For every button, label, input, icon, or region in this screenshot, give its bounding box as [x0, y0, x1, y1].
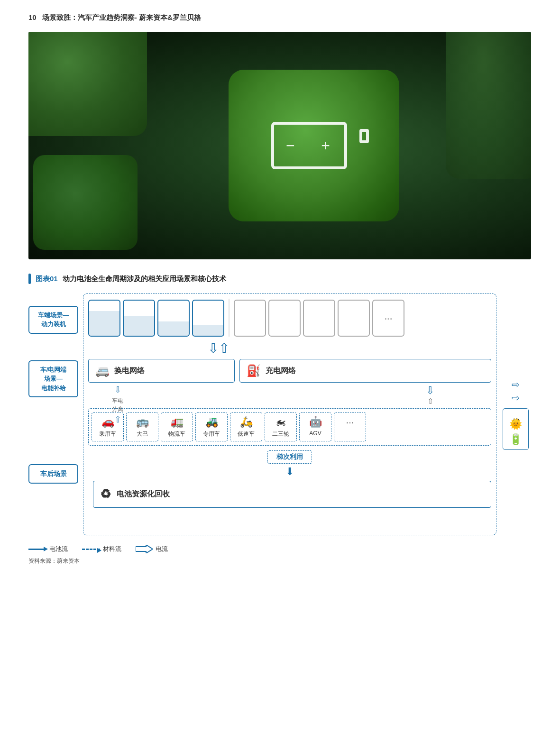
label-box-1: 车端场景—动力装机: [28, 306, 78, 334]
bus-icon: 🚌: [136, 416, 149, 428]
diagram-container: 车端场景—动力装机 车/电网端场景—电能补给 车后场景: [28, 293, 531, 535]
hero-image: − +: [28, 32, 531, 259]
car-sep-row: ⇩ 车电 分离 ⇧ ⇩ ⇧: [88, 383, 491, 406]
vehicle-two-three: 🏍 二三轮: [265, 412, 297, 441]
battery-type-lifepo: 磷酸铁锂: [123, 300, 155, 337]
figure-caption: 图表01 动力电池全生命周期涉及的相关应用场景和核心技术: [28, 274, 532, 284]
charge-network-label: 充电网络: [266, 366, 296, 376]
charge-icon: ⛽: [247, 364, 261, 377]
recycle-box: ♻ 电池资源化回收: [93, 481, 491, 508]
logistics-icon: 🚛: [171, 416, 184, 428]
legend-current-flow: 电流: [136, 545, 168, 553]
arrowhead-dashed: [97, 548, 104, 553]
label-row-1: 车端场景—动力装机: [28, 293, 78, 346]
battery-type-solid: 固态锂: [234, 300, 266, 337]
figure-label: 图表01: [36, 275, 58, 284]
vehicle-agv: 🤖 AGV: [299, 412, 331, 441]
bidirectional-arrows: ⇩⇧: [0, 340, 491, 356]
storage-box: 储能 🌞 🔋: [503, 408, 529, 450]
battery-minus: −: [286, 138, 295, 153]
page-number: 10: [28, 13, 37, 21]
swap-network-box: 🚐 换电网络: [88, 359, 235, 383]
cascade-label: 梯次利用: [267, 450, 312, 464]
key-left-top: [28, 32, 147, 136]
bus-label: 大巴: [137, 430, 148, 438]
charge-down-arrows: ⇩ ⇧: [426, 385, 434, 406]
battery-type-lead: 铅酸: [157, 300, 190, 337]
battery-type-titanate: 钛酸锂: [192, 300, 224, 337]
current-flow-label: 电流: [156, 545, 168, 553]
material-flow-arrow: [82, 549, 100, 550]
caption-bar: [28, 274, 31, 284]
battery-plus: +: [321, 138, 330, 153]
slow-label: 低速车: [238, 430, 255, 438]
cascade-section: 梯次利用 ⬇: [88, 449, 491, 478]
battery-icon: − +: [271, 117, 357, 174]
legend-row: 电池流 材料流 电流: [28, 545, 532, 553]
battery-type-sanyuan: 三元: [88, 300, 120, 337]
special-icon: 🚜: [205, 416, 218, 428]
vehicle-special: 🚜 专用车: [195, 412, 228, 441]
source-text: 资料来源：蔚来资本: [28, 557, 532, 565]
storage-arrows: ⇨ ⇨: [512, 379, 520, 403]
battery-types-row: 三元 磷酸铁锂 铅酸: [88, 299, 491, 337]
passenger-label: 乘用车: [99, 430, 116, 438]
battery-separator: [229, 299, 230, 337]
solid-line: [28, 549, 46, 550]
special-label: 专用车: [203, 430, 220, 438]
vehicle-logistics: 🚛 物流车: [161, 412, 193, 441]
battery-flow-label: 电池流: [49, 545, 68, 553]
battery-type-hydrogen: 氢空气: [303, 300, 335, 337]
dashed-line: [82, 549, 100, 550]
battery-type-more: …: [372, 300, 404, 337]
swap-charge-row: 🚐 换电网络 ⛽ 充电网络: [88, 359, 491, 383]
more-icon: …: [346, 416, 354, 426]
swap-network-label: 换电网络: [114, 366, 145, 376]
page-title: 场景致胜：汽车产业趋势洞察- 蔚来资本&罗兰贝格: [42, 13, 201, 21]
vehicles-row: 🚗 乘用车 🚌 大巴 🚛 物流车 🚜 专用车 🛵 低速车: [88, 408, 491, 446]
down-arrow-cascade: ⬇: [285, 466, 294, 478]
diagram-outer-box: 三元 磷酸铁锂 铅酸: [83, 293, 496, 535]
agv-icon: 🤖: [309, 416, 322, 428]
left-labels-column: 车端场景—动力装机 车/电网端场景—电能补给 车后场景: [28, 293, 83, 535]
battery-terminal: [359, 129, 369, 143]
svg-marker-0: [136, 545, 153, 553]
recycle-row: ♻ 电池资源化回收: [88, 481, 491, 508]
battery-type-lisulfur: 锂硫: [268, 300, 301, 337]
charge-network-box: ⛽ 充电网络: [239, 359, 491, 383]
swap-icon: 🚐: [95, 364, 110, 377]
hero-image-inner: − +: [28, 32, 531, 259]
material-flow-label: 材料流: [103, 545, 121, 553]
battery-type-fuel: 燃料: [338, 300, 370, 337]
label-box-2: 车/电网端场景—电能补给: [28, 360, 78, 398]
recycle-label: 电池资源化回收: [117, 489, 170, 499]
battery-body: − +: [271, 122, 347, 169]
storage-icon-solar: 🌞: [509, 418, 522, 431]
vehicle-slow: 🛵 低速车: [230, 412, 262, 441]
vehicle-bus: 🚌 大巴: [126, 412, 158, 441]
two-three-label: 二三轮: [272, 430, 289, 438]
label-row-3: 车后场景: [28, 412, 78, 535]
storage-arrow-in: ⇨: [512, 379, 520, 390]
battery-flow-arrow: [28, 549, 46, 550]
key-center: − +: [229, 70, 399, 221]
vehicle-more: …: [334, 412, 366, 441]
energy-storage-column: ⇨ ⇨ 储能 🌞 🔋: [500, 293, 531, 535]
storage-icon-battery: 🔋: [509, 433, 522, 446]
car-separation: ⇩ 车电 分离 ⇧: [112, 384, 123, 426]
key-left-bottom: [33, 155, 138, 250]
figure-description: 动力电池全生命周期涉及的相关应用场景和核心技术: [63, 275, 226, 284]
arrowhead: [44, 547, 50, 551]
logistics-label: 物流车: [168, 430, 185, 438]
recycle-icon: ♻: [100, 487, 111, 502]
legend-material-flow: 材料流: [82, 545, 121, 553]
label-box-3: 车后场景: [28, 464, 78, 484]
agv-label: AGV: [309, 430, 321, 437]
current-flow-arrow: [136, 545, 153, 553]
slow-icon: 🛵: [240, 416, 253, 428]
page-header: 10 场景致胜：汽车产业趋势洞察- 蔚来资本&罗兰贝格: [0, 0, 560, 27]
hollow-arrow-icon: [136, 545, 153, 553]
storage-label: 储能: [511, 412, 520, 415]
two-three-icon: 🏍: [275, 416, 286, 428]
storage-arrow-out: ⇨: [512, 392, 520, 403]
